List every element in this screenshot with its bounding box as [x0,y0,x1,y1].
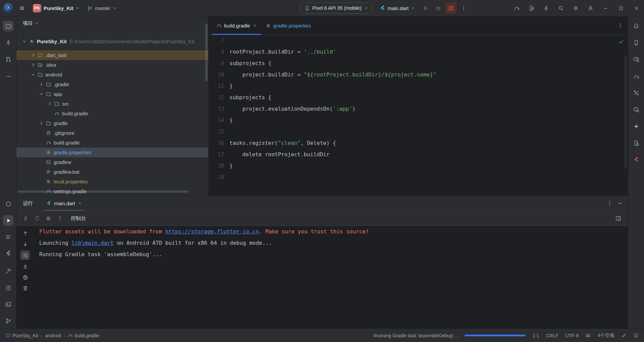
stop-process-button[interactable] [43,213,53,223]
caret-position[interactable]: 1:1 [533,333,539,338]
editor-options-icon[interactable] [618,23,623,28]
tree-item-gradle-properties[interactable]: gradle.properties [16,148,208,157]
close-button[interactable] [629,0,644,16]
editor-scrollbar[interactable] [624,55,627,169]
tree-item--idea[interactable]: .idea [16,60,208,70]
settings-button[interactable] [570,2,581,14]
branch-selector[interactable]: master [85,2,119,14]
tree-item-puresky-kit-root[interactable]: PureSky_KitC:\Users\19002\Documents\Stud… [16,37,208,46]
tab-gradle-properties[interactable]: gradle.properties [261,16,316,35]
run-button[interactable] [420,2,431,14]
info-icon[interactable] [634,333,639,338]
gradle-button[interactable] [631,71,641,82]
breadcrumb-item[interactable]: PureSky_Kit [5,333,38,338]
hot-restart-button[interactable] [20,213,31,223]
search-everywhere-button[interactable] [555,2,567,14]
problems-tool-button[interactable] [3,283,13,293]
file-encoding[interactable]: UTF-8 [566,333,579,338]
line-separator[interactable]: CRLF [546,333,558,338]
down-stack-trace-button[interactable] [20,239,30,249]
tab-build-gradle[interactable]: build.gradle [212,16,261,35]
commit-tool-button[interactable] [3,37,13,48]
device-manager-button[interactable] [631,37,641,48]
layout-inspector-button[interactable] [631,88,641,98]
print-button[interactable] [20,273,30,282]
code-area[interactable]: 78rootProject.buildDir = '../build'9subp… [209,35,628,195]
close-icon[interactable] [78,201,82,205]
device-selector[interactable]: Pixel 6 API 35 (mobile) [301,3,372,14]
scroll-to-end-button[interactable] [20,262,30,271]
run-tool-button[interactable] [3,215,13,226]
apply-changes-button[interactable] [540,2,552,14]
services-tool-button[interactable] [3,198,13,209]
run-tool-window: 运行 main.dart 控制台 [16,195,628,329]
clear-console-button[interactable] [20,283,30,293]
tree-item--dart-tool[interactable]: .dart_tool [16,50,208,60]
keyboard-icon[interactable] [586,333,591,338]
terminal-icon [5,301,11,307]
rerun-button[interactable] [32,213,42,223]
layout-settings-button[interactable] [613,213,623,223]
tree-item--gitignore[interactable]: .gitignore [16,128,208,138]
project-selector[interactable]: PS PureSky_Kit [30,2,82,14]
tree-item-android[interactable]: android [16,70,208,79]
console-output[interactable]: Flutter assets will be downloaded from h… [34,226,628,329]
running-devices-button[interactable] [631,54,641,64]
tree-item-gradlew-bat[interactable]: gradlew.bat [16,167,208,177]
flutter-performance-button[interactable] [3,248,13,259]
status-task-text[interactable]: Running Gradle task 'assembleDebug'... [374,333,458,338]
tree-item-local-properties[interactable]: local.properties [16,177,208,186]
breadcrumb-item[interactable]: build.gradle [68,333,99,338]
console-more-button[interactable] [55,213,65,223]
tree-item-gradlew[interactable]: gradlew [16,157,208,167]
tree-item--gradle[interactable]: .gradle [16,79,208,89]
run-tab-main-dart[interactable]: main.dart [43,196,85,211]
indent-setting[interactable]: 4个空格 [598,333,614,339]
project-horizontal-scrollbar[interactable] [18,190,189,193]
breadcrumb-separator: › [63,333,65,338]
editor: build.gradle gradle.properties 78rootPro… [209,16,628,195]
project-vertical-scrollbar[interactable] [205,24,208,81]
tree-item-app[interactable]: app [16,89,208,99]
maximize-icon [619,6,624,11]
logcat-tool-button[interactable] [3,232,13,242]
debug-button[interactable] [432,2,444,14]
console-link[interactable]: https://storage.flutter-io.cn [165,228,259,235]
close-icon[interactable] [253,23,257,27]
pull-requests-button[interactable] [3,54,13,64]
console-tab[interactable]: 控制台 [71,215,86,222]
minimize-button[interactable] [598,0,613,16]
run-window-more-button[interactable] [604,198,614,208]
profile-button[interactable] [585,2,596,14]
tree-item-build-gradle[interactable]: build.gradle [16,109,208,118]
project-tool-button[interactable] [3,21,13,31]
breadcrumb-item[interactable]: android [45,333,61,338]
flutter-inspector-button[interactable] [631,155,641,165]
device-explorer-button[interactable] [631,138,641,148]
gemini-button[interactable] [631,121,641,131]
console-link[interactable]: lib\main.dart [71,240,113,246]
notifications-button[interactable] [631,21,641,31]
tree-item-src[interactable]: src [16,99,208,109]
gradle-sync-button[interactable] [511,2,522,14]
main-menu-button[interactable] [16,2,28,14]
terminal-tool-button[interactable] [3,299,13,309]
tree-item-gradle[interactable]: gradle [16,118,208,128]
device-manager-button[interactable] [526,2,537,14]
hide-window-button[interactable] [614,198,625,208]
soft-wrap-button[interactable] [20,250,30,260]
devices-icon [633,56,639,62]
stop-button[interactable] [445,2,457,14]
build-tool-button[interactable] [3,266,13,276]
more-run-options-button[interactable] [458,2,469,14]
project-panel-header[interactable]: 项目 [16,16,208,30]
up-stack-trace-button[interactable] [20,228,30,238]
maximize-button[interactable] [613,0,629,16]
version-control-button[interactable] [3,316,13,326]
tree-item-build-gradle[interactable]: build.gradle [16,138,208,148]
pen-icon[interactable] [622,333,627,338]
app-inspection-button[interactable] [631,104,641,115]
more-tools-button[interactable] [3,71,13,81]
run-config-selector[interactable]: main.dart [376,2,419,14]
tree-item-label: build.gradle [54,140,80,146]
